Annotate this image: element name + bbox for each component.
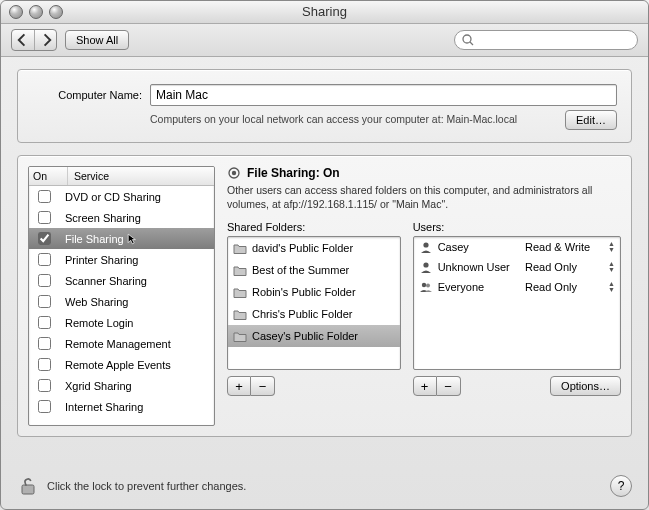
shared-folders-list[interactable]: david's Public FolderBest of the SummerR… — [227, 236, 401, 370]
service-status-title: File Sharing: On — [247, 166, 340, 180]
stepper-icon: ▲▼ — [608, 241, 615, 253]
computer-name-description: Computers on your local network can acce… — [150, 112, 557, 126]
service-checkbox[interactable] — [38, 358, 51, 371]
svg-point-7 — [426, 284, 430, 288]
column-service-header[interactable]: Service — [68, 167, 214, 185]
svg-point-6 — [421, 283, 425, 287]
toolbar: Show All — [1, 24, 648, 57]
users-list[interactable]: CaseyRead & Write▲▼Unknown UserRead Only… — [413, 236, 621, 370]
remove-user-button[interactable]: − — [437, 376, 461, 396]
service-status-row: File Sharing: On — [227, 166, 621, 180]
service-row[interactable]: DVD or CD Sharing — [29, 186, 214, 207]
search-field[interactable] — [454, 30, 638, 50]
nav-back-forward — [11, 29, 57, 51]
service-row[interactable]: File Sharing — [29, 228, 214, 249]
stepper-icon: ▲▼ — [608, 261, 615, 273]
service-row[interactable]: Web Sharing — [29, 291, 214, 312]
service-checkbox[interactable] — [38, 211, 51, 224]
edit-button[interactable]: Edit… — [565, 110, 617, 130]
folder-name: Robin's Public Folder — [252, 286, 356, 298]
permission-popup[interactable]: Read Only▲▼ — [525, 281, 615, 293]
service-checkbox[interactable] — [38, 379, 51, 392]
service-checkbox[interactable] — [38, 190, 51, 203]
user-row[interactable]: EveryoneRead Only▲▼ — [414, 277, 620, 297]
help-icon: ? — [618, 479, 625, 493]
svg-point-5 — [423, 263, 428, 268]
services-panel: On Service DVD or CD SharingScreen Shari… — [17, 155, 632, 437]
search-input[interactable] — [479, 33, 631, 47]
cursor-icon — [127, 233, 139, 245]
lock-description: Click the lock to prevent further change… — [47, 480, 246, 492]
status-indicator-icon — [227, 166, 241, 180]
back-button[interactable] — [12, 30, 34, 50]
service-row[interactable]: Printer Sharing — [29, 249, 214, 270]
service-label: Remote Login — [59, 317, 214, 329]
show-all-button[interactable]: Show All — [65, 30, 129, 50]
service-checkbox[interactable] — [38, 337, 51, 350]
permission-label: Read & Write — [525, 241, 590, 253]
shared-folder-row[interactable]: david's Public Folder — [228, 237, 400, 259]
shared-folder-row[interactable]: Robin's Public Folder — [228, 281, 400, 303]
forward-button[interactable] — [34, 30, 56, 50]
service-row[interactable]: Scanner Sharing — [29, 270, 214, 291]
service-checkbox[interactable] — [38, 316, 51, 329]
service-row[interactable]: Remote Apple Events — [29, 354, 214, 375]
computer-name-field[interactable] — [150, 84, 617, 106]
service-label: Remote Apple Events — [59, 359, 214, 371]
person-icon — [419, 260, 433, 274]
service-label: Web Sharing — [59, 296, 214, 308]
service-checkbox[interactable] — [38, 253, 51, 266]
shared-folder-row[interactable]: Casey's Public Folder — [228, 325, 400, 347]
service-checkbox[interactable] — [38, 274, 51, 287]
folders-users-columns: Shared Folders: david's Public FolderBes… — [227, 221, 621, 396]
folder-name: david's Public Folder — [252, 242, 353, 254]
services-body: DVD or CD SharingScreen SharingFile Shar… — [29, 186, 214, 417]
column-on-header[interactable]: On — [29, 167, 68, 185]
remove-folder-button[interactable]: − — [251, 376, 275, 396]
traffic-lights — [9, 5, 63, 19]
service-label: Screen Sharing — [59, 212, 214, 224]
folder-icon — [233, 241, 247, 255]
folder-name: Casey's Public Folder — [252, 330, 358, 342]
services-header: On Service — [29, 167, 214, 186]
service-row[interactable]: Screen Sharing — [29, 207, 214, 228]
service-label: Remote Management — [59, 338, 214, 350]
shared-folder-row[interactable]: Chris's Public Folder — [228, 303, 400, 325]
services-list[interactable]: On Service DVD or CD SharingScreen Shari… — [28, 166, 215, 426]
person-icon — [419, 240, 433, 254]
group-icon — [419, 280, 433, 294]
user-row[interactable]: Unknown UserRead Only▲▼ — [414, 257, 620, 277]
add-folder-button[interactable]: + — [227, 376, 251, 396]
user-name: Everyone — [438, 281, 484, 293]
minimize-button[interactable] — [29, 5, 43, 19]
service-label: Xgrid Sharing — [59, 380, 214, 392]
zoom-button[interactable] — [49, 5, 63, 19]
user-row[interactable]: CaseyRead & Write▲▼ — [414, 237, 620, 257]
lock-open-icon[interactable] — [17, 475, 39, 497]
service-checkbox[interactable] — [38, 295, 51, 308]
folder-icon — [233, 307, 247, 321]
close-button[interactable] — [9, 5, 23, 19]
service-label: File Sharing — [59, 233, 214, 245]
svg-line-1 — [470, 42, 473, 45]
service-row[interactable]: Remote Management — [29, 333, 214, 354]
add-user-button[interactable]: + — [413, 376, 437, 396]
options-button[interactable]: Options… — [550, 376, 621, 396]
permission-popup[interactable]: Read Only▲▼ — [525, 261, 615, 273]
service-row[interactable]: Xgrid Sharing — [29, 375, 214, 396]
service-label: Internet Sharing — [59, 401, 214, 413]
help-button[interactable]: ? — [610, 475, 632, 497]
footer: Click the lock to prevent further change… — [17, 475, 632, 497]
permission-popup[interactable]: Read & Write▲▼ — [525, 241, 615, 253]
folder-icon — [233, 329, 247, 343]
service-row[interactable]: Remote Login — [29, 312, 214, 333]
svg-rect-8 — [22, 485, 34, 494]
user-name: Unknown User — [438, 261, 510, 273]
service-checkbox[interactable] — [38, 232, 51, 245]
service-row[interactable]: Internet Sharing — [29, 396, 214, 417]
service-checkbox[interactable] — [38, 400, 51, 413]
shared-folder-row[interactable]: Best of the Summer — [228, 259, 400, 281]
stepper-icon: ▲▼ — [608, 281, 615, 293]
service-label: Scanner Sharing — [59, 275, 214, 287]
folder-icon — [233, 285, 247, 299]
